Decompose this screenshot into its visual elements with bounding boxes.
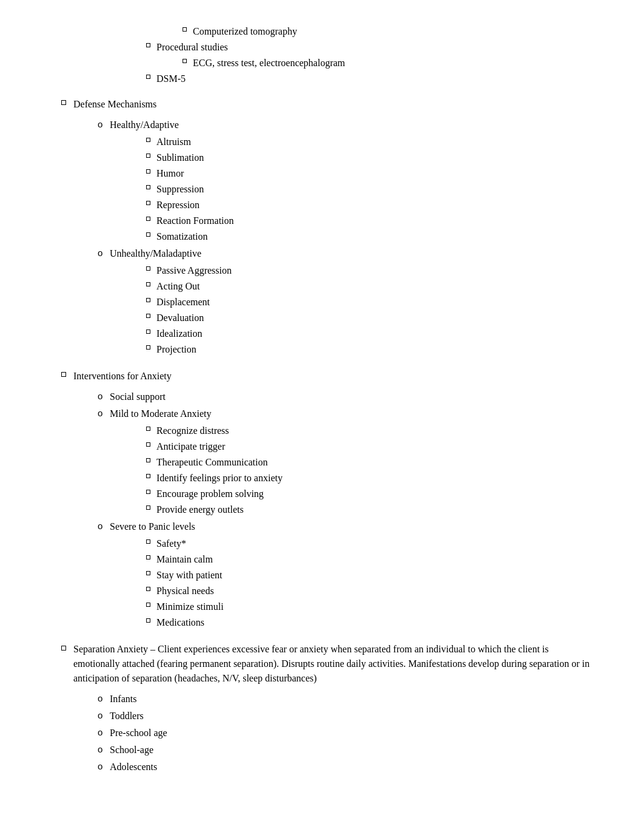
list-item: Somatization (146, 229, 595, 244)
bullet-icon (183, 27, 187, 32)
list-item: oInfants (98, 692, 595, 706)
list-item: Anticipate trigger (146, 439, 595, 454)
list-item: oAdolescents (98, 760, 595, 774)
list-item: oPre-school age (98, 726, 595, 740)
bullet-icon (61, 646, 66, 651)
list-item: Altruism (146, 135, 595, 149)
bullet-icon (146, 201, 150, 205)
list-item: Projection (146, 342, 595, 357)
bullet-icon (146, 169, 150, 174)
bullet-icon (146, 555, 150, 559)
bullet-icon (183, 59, 187, 63)
age-groups-list: oInfantsoToddlersoPre-school ageoSchool-… (49, 692, 595, 774)
bullet-icon (146, 282, 150, 286)
list-item: Idealization (146, 326, 595, 341)
list-item: Passive Aggression (146, 263, 595, 278)
list-item: Sublimation (146, 150, 595, 165)
list-item: Maintain calm (146, 552, 595, 567)
defense-mechanisms-item: Defense Mechanisms (61, 97, 595, 112)
bullet-icon (146, 314, 150, 318)
list-item: ECG, stress test, electroencephalogram (183, 56, 595, 70)
top-section: Computerized tomography Procedural studi… (49, 24, 595, 86)
page-content: Computerized tomography Procedural studi… (49, 24, 595, 774)
list-item: Procedural studies (146, 40, 595, 55)
list-item: Devaluation (146, 311, 595, 325)
bullet-icon (146, 603, 150, 607)
list-item: Stay with patient (146, 568, 595, 583)
mild-items-list: Recognize distressAnticipate triggerTher… (49, 424, 595, 517)
bullet-icon (146, 474, 150, 478)
list-item: Humor (146, 166, 595, 181)
list-item: Safety* (146, 536, 595, 551)
severe-items-list: Safety*Maintain calmStay with patientPhy… (49, 536, 595, 630)
bullet-icon (146, 232, 150, 237)
list-item: Computerized tomography (183, 24, 595, 39)
defense-mechanisms-section: Defense Mechanisms o Healthy/Adaptive Al… (49, 97, 595, 357)
bullet-icon (146, 345, 150, 350)
list-item: Encourage problem solving (146, 487, 595, 501)
bullet-icon (146, 505, 150, 510)
list-item: Reaction Formation (146, 214, 595, 228)
bullet-icon (146, 75, 150, 79)
list-item: Provide energy outlets (146, 502, 595, 517)
list-item: DSM-5 (146, 72, 595, 86)
bullet-icon (146, 43, 150, 47)
bullet-icon (146, 330, 150, 334)
bullet-icon (146, 217, 150, 221)
list-item: Physical needs (146, 584, 595, 598)
bullet-icon (146, 298, 150, 302)
unhealthy-maladaptive-item: o Unhealthy/Maladaptive (98, 246, 595, 261)
bullet-icon (146, 427, 150, 431)
list-item: Minimize stimuli (146, 600, 595, 614)
healthy-items-list: AltruismSublimationHumorSuppressionRepre… (49, 135, 595, 244)
list-item: oSchool-age (98, 743, 595, 757)
list-item: Identify feelings prior to anxiety (146, 471, 595, 485)
severe-item: o Severe to Panic levels (98, 519, 595, 534)
bullet-icon (146, 539, 150, 544)
bullet-icon (146, 458, 150, 462)
separation-anxiety-section: Separation Anxiety – Client experiences … (49, 642, 595, 774)
social-support-item: o Social support (98, 390, 595, 404)
bullet-icon (146, 185, 150, 189)
bullet-icon (146, 442, 150, 447)
bullet-icon (146, 266, 150, 271)
bullet-icon (146, 490, 150, 494)
unhealthy-items-list: Passive AggressionActing OutDisplacement… (49, 263, 595, 357)
bullet-icon (61, 372, 66, 377)
bullet-icon (146, 587, 150, 591)
list-item: Therapeutic Communication (146, 455, 595, 470)
bullet-icon (146, 618, 150, 623)
interventions-section: Interventions for Anxiety o Social suppo… (49, 369, 595, 630)
interventions-item: Interventions for Anxiety (61, 369, 595, 384)
bullet-icon (61, 100, 66, 105)
list-item: oToddlers (98, 709, 595, 723)
list-item: Recognize distress (146, 424, 595, 438)
bullet-icon (146, 571, 150, 575)
list-item: Repression (146, 198, 595, 212)
list-item: Suppression (146, 182, 595, 197)
list-item: Displacement (146, 295, 595, 309)
list-item: Medications (146, 615, 595, 630)
mild-anxiety-item: o Mild to Moderate Anxiety (98, 407, 595, 421)
bullet-icon (146, 138, 150, 142)
healthy-adaptive-item: o Healthy/Adaptive (98, 118, 595, 132)
separation-anxiety-item: Separation Anxiety – Client experiences … (61, 642, 595, 686)
bullet-icon (146, 154, 150, 158)
list-item: Acting Out (146, 279, 595, 294)
